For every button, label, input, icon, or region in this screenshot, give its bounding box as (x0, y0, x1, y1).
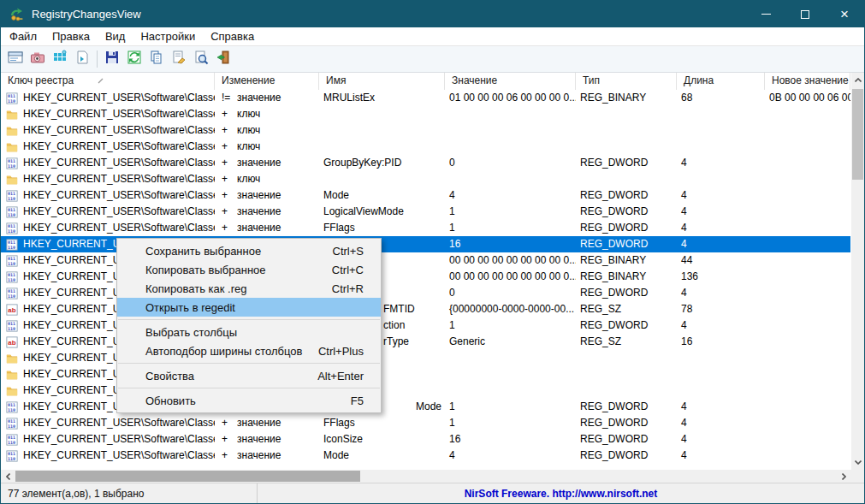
menu-item-choose-columns[interactable]: Выбрать столбцы (117, 323, 381, 341)
menu-item-copy-as-reg[interactable]: Копировать как .regCtrl+R (117, 279, 381, 298)
refresh-button[interactable] (123, 48, 145, 70)
table-row[interactable]: 011110HKEY_CURRENT_USER\Software\Classes… (1, 415, 850, 431)
properties-button[interactable] (168, 48, 190, 70)
svg-text:110: 110 (8, 228, 15, 233)
choose-columns-button[interactable] (49, 48, 71, 70)
status-item-count: 77 элемент(а,ов), 1 выбрано (1, 483, 258, 503)
column-header-change[interactable]: Изменение (215, 73, 319, 90)
menu-item-refresh[interactable]: ОбновитьF5 (117, 391, 381, 410)
cell-new (765, 317, 850, 334)
column-header-row: Ключ реестраИзменениеИмяЗначениеТипДлина… (1, 73, 864, 90)
horizontal-scrollbar[interactable] (1, 470, 851, 483)
column-header-length[interactable]: Длина (677, 73, 765, 90)
scroll-left-icon[interactable] (1, 470, 15, 483)
export-button[interactable] (71, 48, 93, 70)
binary-icon: 011110 (6, 320, 18, 332)
menu-item-shortcut: F5 (351, 394, 364, 407)
column-header-value[interactable]: Значение (445, 73, 576, 90)
cell-length: 4 (677, 317, 765, 334)
cell-value: 1 (445, 415, 576, 431)
cell-type: REG_DWORD (576, 317, 677, 334)
column-header-registry-key[interactable]: Ключ реестра (1, 73, 215, 90)
menu-item-copy-selected[interactable]: Копировать выбранноеCtrl+C (117, 260, 381, 279)
cell-value: 00 00 00 00 00 00 00 00 0... (445, 269, 576, 285)
column-header-name[interactable]: Имя (319, 73, 445, 90)
cell-length: 4 (677, 155, 765, 171)
folder-icon (6, 109, 18, 121)
horizontal-scroll-thumb[interactable] (15, 471, 360, 482)
cell-length (677, 106, 765, 122)
table-row[interactable]: 011110HKEY_CURRENT_USER\Software\Classes… (1, 90, 850, 106)
report-button[interactable] (4, 48, 27, 70)
menubar-item-help[interactable]: Справка (203, 27, 262, 45)
close-button[interactable]: × (825, 1, 864, 27)
minimize-button[interactable] (746, 1, 785, 27)
ab-icon: ab (6, 304, 18, 316)
cell-new (765, 350, 850, 366)
scroll-right-icon[interactable] (837, 470, 851, 483)
menu-item-label: Обновить (145, 394, 351, 407)
cell-change: +значение (215, 448, 319, 464)
menubar-item-options[interactable]: Настройки (133, 27, 203, 45)
table-row[interactable]: 011110HKEY_CURRENT_USER\Software\Classes… (1, 204, 850, 220)
cell-new (765, 382, 850, 399)
vertical-scrollbar[interactable] (851, 73, 864, 470)
menu-item-properties[interactable]: СвойстваAlt+Enter (117, 366, 381, 385)
cell-registry-key: 011110HKEY_CURRENT_USER\Software\Classes… (1, 155, 215, 171)
camera-button[interactable] (27, 48, 49, 70)
cell-value: 16 (445, 431, 576, 448)
copy-button[interactable] (145, 48, 168, 70)
save-button[interactable] (101, 48, 123, 70)
title-bar: RegistryChangesView × (1, 1, 864, 27)
menubar-item-edit[interactable]: Правка (44, 27, 98, 45)
table-row[interactable]: HKEY_CURRENT_USER\Software\Classes\...+к… (1, 106, 850, 122)
cell-name: MRUListEx (319, 90, 445, 106)
cell-value: 00 00 00 00 00 00 00 00 0... (445, 252, 576, 269)
vertical-scroll-thumb[interactable] (852, 89, 863, 180)
svg-text:110: 110 (8, 244, 15, 249)
scroll-up-icon[interactable] (851, 73, 864, 87)
exit-button[interactable] (212, 48, 234, 70)
menubar-item-view[interactable]: Вид (98, 27, 133, 45)
table-row[interactable]: 011110HKEY_CURRENT_USER\Software\Classes… (1, 220, 850, 236)
cell-length (677, 139, 765, 155)
table-row[interactable]: HKEY_CURRENT_USER\Software\Classes\...+к… (1, 139, 850, 155)
table-row[interactable]: 011110HKEY_CURRENT_USER\Software\Classes… (1, 448, 850, 464)
column-header-type[interactable]: Тип (576, 73, 677, 90)
cell-length: 16 (677, 334, 765, 350)
sort-indicator-icon (98, 73, 104, 89)
cell-change: +ключ (215, 171, 319, 187)
table-row[interactable]: 011110HKEY_CURRENT_USER\Software\Classes… (1, 155, 850, 171)
table-row[interactable]: 011110HKEY_CURRENT_USER\Software\Classes… (1, 431, 850, 448)
menu-item-open-in-regedit[interactable]: Открыть в regedit (117, 298, 381, 317)
cell-registry-key: 011110HKEY_CURRENT_USER\Software\Classes… (1, 415, 215, 431)
maximize-button[interactable] (785, 1, 825, 27)
nirsoft-link[interactable]: NirSoft Freeware. http://www.nirsoft.net (465, 488, 658, 500)
cell-type (576, 350, 677, 366)
table-row[interactable]: HKEY_CURRENT_USER\Software\Classes\...+к… (1, 171, 850, 187)
cell-length: 4 (677, 204, 765, 220)
find-button[interactable] (190, 48, 212, 70)
toolbar-separator (97, 50, 98, 68)
cell-name (319, 139, 445, 155)
svg-text:110: 110 (8, 423, 15, 428)
cell-length: 78 (677, 301, 765, 317)
cell-new (765, 285, 850, 301)
menu-item-save-selected[interactable]: Сохранить выбранноеCtrl+S (117, 241, 381, 260)
menu-item-shortcut: Ctrl+C (332, 264, 364, 276)
scroll-down-icon[interactable] (851, 455, 864, 470)
column-header-new-value[interactable]: Новое значение (765, 73, 850, 90)
cell-type: REG_DWORD (576, 285, 677, 301)
menu-item-auto-size-columns[interactable]: Автоподбор ширины столбцовCtrl+Plus (117, 341, 381, 360)
cell-length: 44 (677, 252, 765, 269)
context-menu: Сохранить выбранноеCtrl+SКопировать выбр… (116, 238, 382, 413)
table-row[interactable]: HKEY_CURRENT_USER\Software\Classes\...+к… (1, 122, 850, 139)
binary-icon: 011110 (6, 157, 18, 169)
menubar-item-file[interactable]: Файл (1, 27, 44, 45)
cell-length (677, 382, 765, 399)
cell-name: LogicalViewMode (319, 204, 445, 220)
cell-value (445, 171, 576, 187)
menu-item-label: Свойства (145, 370, 317, 382)
table-row[interactable]: 011110HKEY_CURRENT_USER\Software\Classes… (1, 187, 850, 204)
cell-new (765, 204, 850, 220)
